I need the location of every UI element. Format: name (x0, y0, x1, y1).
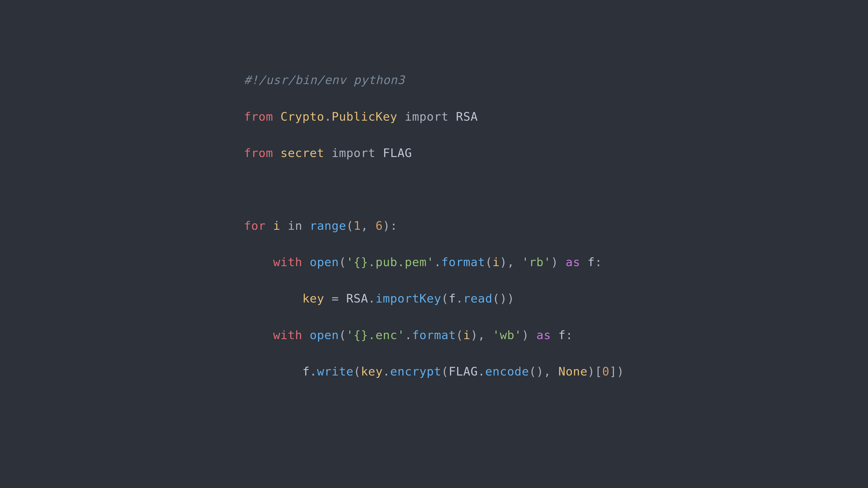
import-keyword-2: import (332, 146, 375, 160)
var-i-2: i (463, 328, 470, 342)
class-rsa: RSA (456, 110, 478, 123)
format-method-1: format (441, 255, 485, 269)
flag-ref: FLAG (449, 365, 478, 378)
var-f-2: f (449, 292, 456, 305)
for-keyword: for (244, 219, 266, 232)
line-fwrite: f.write(key.encrypt(FLAG.encode(), None)… (244, 362, 624, 381)
line-for: for i in range(1, 6): (244, 217, 624, 235)
string-rb: 'rb' (522, 255, 551, 269)
line-with2: with open('{}.enc'.format(i), 'wb') as f… (244, 326, 624, 344)
as-keyword-1: as (565, 255, 580, 269)
var-f-1: f (587, 255, 595, 269)
var-key-2: key (361, 365, 383, 378)
line-import2: from secret import FLAG (244, 144, 624, 162)
read-method: read (463, 292, 492, 305)
line-shebang: #!/usr/bin/env python3 (244, 71, 624, 89)
code-container: #!/usr/bin/env python3 from Crypto.Publi… (226, 57, 642, 430)
string-wb: 'wb' (493, 328, 522, 342)
from-keyword-2: from (244, 146, 273, 160)
string-enc: '{}.enc' (346, 328, 405, 342)
var-i-1: i (493, 255, 500, 269)
open-builtin-1: open (310, 255, 339, 269)
none-keyword: None (558, 365, 587, 378)
class-flag: FLAG (383, 146, 412, 160)
code-block: #!/usr/bin/env python3 from Crypto.Publi… (244, 71, 624, 417)
rsa-class-ref: RSA (346, 292, 368, 305)
line-blank (244, 180, 624, 199)
range-builtin: range (310, 219, 346, 232)
var-f-3: f (558, 328, 565, 342)
index-zero: 0 (602, 365, 610, 378)
module-secret: secret (281, 146, 324, 160)
import-keyword-1: import (405, 110, 449, 123)
as-keyword-2: as (536, 328, 551, 342)
open-builtin-2: open (310, 328, 339, 342)
var-key: key (303, 292, 324, 305)
string-pub-pem: '{}.pub.pem' (346, 255, 434, 269)
num-1: 1 (353, 219, 361, 232)
importKey-method: importKey (375, 292, 441, 305)
format-method-2: format (412, 328, 456, 342)
with-keyword-2: with (273, 328, 302, 342)
write-method: write (317, 365, 353, 378)
encrypt-method: encrypt (390, 365, 441, 378)
line-with1: with open('{}.pub.pem'.format(i), 'rb') … (244, 253, 624, 271)
encode-method: encode (485, 365, 529, 378)
line-import1: from Crypto.PublicKey import RSA (244, 107, 624, 126)
var-f-4: f (303, 365, 310, 378)
in-keyword: in (288, 219, 303, 232)
with-keyword-1: with (273, 255, 302, 269)
module-crypto: Crypto (281, 110, 324, 123)
from-keyword-1: from (244, 110, 273, 123)
module-publickey: PublicKey (332, 110, 397, 123)
num-6: 6 (375, 219, 383, 232)
line-key: key = RSA.importKey(f.read()) (244, 289, 624, 308)
shebang-comment: #!/usr/bin/env python3 (244, 73, 405, 87)
var-i: i (273, 219, 280, 232)
